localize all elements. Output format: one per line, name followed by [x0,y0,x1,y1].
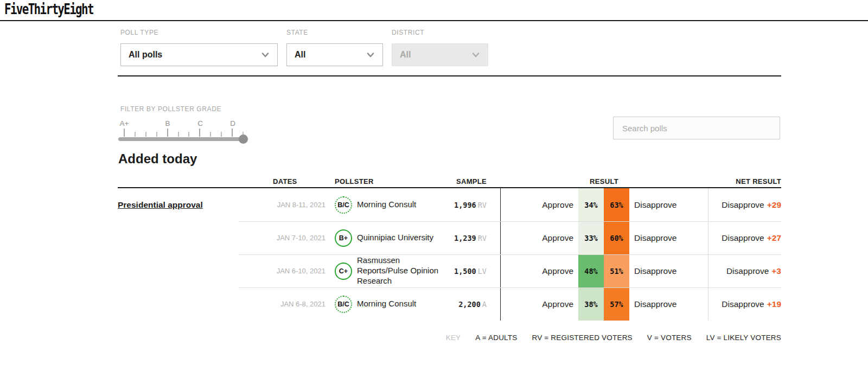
dates-cell: JAN 7-10, 2021 [273,234,326,242]
grade-slider-track[interactable] [118,137,245,141]
net-result-cell: Disapprove+27 [708,233,781,243]
sample-cell: 1,239RV [443,234,487,242]
pollster-cell: B/C Morning Consult [326,196,443,214]
disapprove-percent-cell: 63% [604,188,629,221]
district-value: All [400,50,411,60]
pollster-grade-badge: C+ [335,263,352,280]
sample-type: A [482,300,487,309]
poll-type-value: All polls [129,50,162,60]
approve-label: Approve [500,254,578,287]
dates-cell: JAN 6-10, 2021 [273,267,326,275]
grade-slider: A+ B C D [118,119,251,143]
table-row: JAN 6-10, 2021 C+ Rasmussen Reports/Puls… [118,254,781,287]
search-input[interactable] [613,117,780,139]
poll-type-filter-group: POLL TYPE All polls [120,29,278,66]
key-item: V = VOTERS [647,334,692,342]
polls-table: DATES POLLSTER SAMPLE RESULT NET RESULT … [118,174,781,321]
state-dropdown[interactable]: All [286,43,383,66]
grade-tick-label: D [230,119,235,127]
chevron-down-icon [366,50,375,59]
state-value: All [295,50,305,60]
dates-cell: JAN 6-8, 2021 [273,300,326,308]
approve-percent-cell: 38% [578,287,604,321]
grade-slider-handle[interactable] [239,135,248,144]
dates-cell: JAN 8-11, 2021 [273,201,326,209]
net-result-value: +3 [771,266,781,276]
filters-divider [118,75,781,76]
pollster-grade-badge: B+ [335,229,352,247]
grade-filter-label: FILTER BY POLLSTER GRADE [120,105,221,113]
sample-key: KEY A = ADULTS RV = REGISTERED VOTERS V … [446,334,781,342]
grade-tick-label: B [165,119,170,127]
state-label: STATE [286,29,383,36]
pollster-grade-badge: B/C [335,196,352,214]
result-cell: Approve 34% 63% Disapprove [500,188,708,221]
approve-percent-cell: 34% [578,188,604,221]
net-result-cell: Disapprove+3 [708,266,781,276]
sample-cell: 1,996RV [443,201,487,209]
question-link[interactable]: Presidential approval [118,200,203,209]
disapprove-label: Disapprove [629,188,708,221]
result-column-header: RESULT [500,177,708,186]
sample-type: LV [478,267,487,276]
grade-tick-label: A+ [120,119,129,127]
table-header-row: DATES POLLSTER SAMPLE RESULT NET RESULT [118,174,781,186]
net-result-label: Disapprove [722,200,764,209]
poll-type-dropdown[interactable]: All polls [120,43,278,66]
disapprove-label: Disapprove [629,254,708,287]
approve-percent-cell: 48% [578,254,604,287]
net-result-value: +19 [767,299,781,309]
sample-cell: 1,500LV [443,267,487,276]
approve-label: Approve [500,287,578,321]
sample-type: RV [478,234,487,242]
chevron-down-icon [471,50,480,59]
key-item: A = ADULTS [475,334,517,342]
state-filter-group: STATE All [286,29,383,66]
pollster-name[interactable]: Morning Consult [357,299,416,309]
table-row: Presidential approval JAN 8-11, 2021 B/C… [118,188,781,221]
table-row: JAN 7-10, 2021 B+ Quinnipiac University … [118,221,781,254]
result-cell: Approve 38% 57% Disapprove [500,287,708,321]
net-result-label: Disapprove [722,233,764,242]
sample-size: 1,239 [454,234,476,242]
district-dropdown-disabled: All [392,43,488,66]
disapprove-percent-cell: 57% [604,287,629,321]
pollster-grade-badge: B/C [335,296,352,313]
key-item: RV = REGISTERED VOTERS [532,334,632,342]
key-item: LV = LIKELY VOTERS [706,334,781,342]
question-cell: Presidential approval [118,200,273,210]
result-cell: Approve 48% 51% Disapprove [500,254,708,287]
filter-bar: POLL TYPE All polls STATE All DISTRICT A… [120,29,488,66]
sample-size: 2,200 [458,300,481,309]
pollster-name[interactable]: Morning Consult [357,200,416,210]
sample-cell: 2,200A [443,300,487,309]
disapprove-label: Disapprove [629,221,708,254]
approve-percent-cell: 33% [578,221,604,254]
net-result-value: +29 [767,200,781,209]
pollster-cell: C+ Rasmussen Reports/Pulse Opinion Resea… [326,255,443,286]
approve-label: Approve [500,188,578,221]
fivethirtyeight-logo[interactable]: FiveThirtyEight [4,1,93,17]
table-row: JAN 6-8, 2021 B/C Morning Consult 2,200A… [118,287,781,321]
dates-column-header: DATES [273,177,326,186]
section-title: Added today [118,151,197,167]
grade-slider-ticks [124,129,244,137]
pollster-cell: B+ Quinnipiac University [326,229,443,247]
table-body: Presidential approval JAN 8-11, 2021 B/C… [118,188,781,321]
net-result-cell: Disapprove+29 [708,200,781,210]
grade-tick-label: C [197,119,203,127]
header-divider [0,20,868,21]
net-result-cell: Disapprove+19 [708,299,781,309]
key-label: KEY [446,334,461,342]
pollster-name[interactable]: Quinnipiac University [357,233,433,243]
net-result-value: +27 [767,233,781,242]
pollster-column-header: POLLSTER [326,177,443,186]
poll-type-label: POLL TYPE [120,29,278,36]
net-result-column-header: NET RESULT [708,177,781,186]
disapprove-label: Disapprove [629,287,708,321]
sample-size: 1,996 [454,201,476,209]
sample-column-header: SAMPLE [443,177,487,186]
pollster-name[interactable]: Rasmussen Reports/Pulse Opinion Research [357,255,443,286]
result-cell: Approve 33% 60% Disapprove [500,221,708,254]
net-result-label: Disapprove [726,266,769,276]
